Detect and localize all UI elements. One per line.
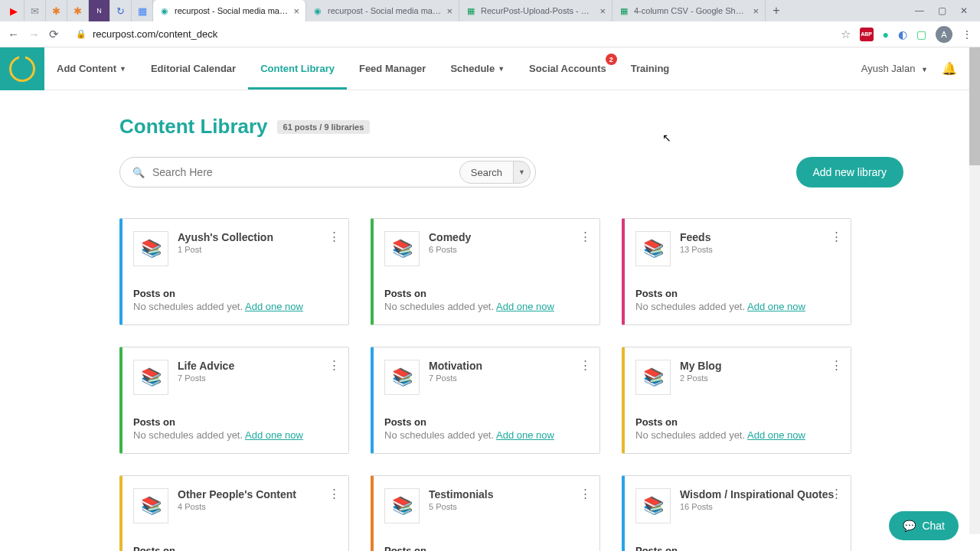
grammarly-icon[interactable]: ●: [883, 28, 889, 41]
schedule-text: No schedules added yet. Add one now: [635, 429, 840, 441]
add-schedule-link[interactable]: Add one now: [747, 429, 805, 441]
nav-feed-manager[interactable]: Feed Manager: [347, 47, 438, 90]
tab-title: recurpost - Social media manag...: [175, 6, 289, 15]
card-menu-icon[interactable]: ⋮: [328, 358, 339, 372]
library-card[interactable]: ⋮📚Feeds13 PostsPosts onNo schedules adde…: [622, 218, 851, 325]
pinned-tab-icon[interactable]: ✱: [46, 0, 67, 21]
library-card[interactable]: ⋮📚Comedy6 PostsPosts onNo schedules adde…: [371, 218, 600, 325]
library-card[interactable]: ⋮📚Ayush's Collection1 PostPosts onNo sch…: [119, 218, 349, 325]
card-menu-icon[interactable]: ⋮: [580, 358, 590, 372]
close-window-icon[interactable]: ✕: [960, 5, 968, 16]
library-card[interactable]: ⋮📚Life Advice7 PostsPosts onNo schedules…: [119, 347, 349, 454]
nav-content-library[interactable]: Content Library: [248, 47, 347, 90]
card-title: Feeds: [680, 231, 713, 243]
book-icon: 📚: [635, 360, 671, 395]
add-schedule-link[interactable]: Add one now: [496, 429, 554, 441]
pinned-tab-icon[interactable]: N: [89, 0, 110, 21]
card-title: Testimonials: [429, 488, 494, 500]
card-menu-icon[interactable]: ⋮: [831, 230, 841, 243]
posts-on-label: Posts on: [635, 545, 840, 551]
library-card[interactable]: ⋮📚My Blog2 PostsPosts onNo schedules add…: [622, 347, 851, 454]
url-text: recurpost.com/content_deck: [93, 28, 217, 40]
card-menu-icon[interactable]: ⋮: [831, 487, 841, 500]
pinned-tab-icon[interactable]: ✱: [67, 0, 89, 21]
profile-avatar[interactable]: A: [936, 26, 952, 43]
scrollbar[interactable]: [969, 47, 980, 534]
book-icon: 📚: [635, 488, 671, 523]
schedule-text: No schedules added yet. Add one now: [133, 301, 338, 312]
search-input[interactable]: [152, 166, 459, 178]
star-icon[interactable]: ☆: [841, 28, 851, 41]
search-wrapper: 🔍 Search ▼: [119, 157, 536, 187]
abp-icon[interactable]: ABP: [860, 28, 874, 41]
card-post-count: 4 Posts: [178, 502, 296, 511]
browser-tab[interactable]: ◉ recurpost - Social media manag... ×: [306, 0, 459, 21]
whatsapp-icon[interactable]: ▢: [916, 28, 926, 41]
address-bar: ← → ⟳ 🔒 recurpost.com/content_deck ☆ ABP…: [0, 21, 980, 47]
add-library-button[interactable]: Add new library: [796, 157, 904, 187]
card-menu-icon[interactable]: ⋮: [580, 487, 590, 500]
close-icon[interactable]: ×: [293, 5, 299, 17]
tab-title: 4-column CSV - Google Sheets: [634, 6, 748, 15]
new-tab-button[interactable]: +: [766, 4, 787, 18]
card-title: Comedy: [429, 231, 471, 243]
reload-button[interactable]: ⟳: [49, 28, 59, 41]
card-post-count: 7 Posts: [178, 373, 234, 383]
card-menu-icon[interactable]: ⋮: [328, 230, 339, 243]
chat-widget[interactable]: 💬 Chat: [889, 511, 959, 540]
ext-icon[interactable]: ◐: [898, 28, 907, 41]
maximize-icon[interactable]: ▢: [938, 5, 946, 16]
favicon: ◉: [312, 5, 323, 16]
page-title: Content Library: [119, 115, 268, 139]
browser-tab[interactable]: ◉ recurpost - Social media manag... ×: [153, 0, 306, 21]
logo[interactable]: [0, 47, 44, 90]
close-icon[interactable]: ×: [599, 5, 606, 17]
schedule-text: No schedules added yet. Add one now: [635, 301, 840, 312]
posts-on-label: Posts on: [133, 416, 338, 428]
library-card[interactable]: ⋮📚Testimonials5 PostsPosts onNo schedule…: [371, 475, 600, 551]
url-field[interactable]: 🔒 recurpost.com/content_deck: [68, 28, 831, 40]
card-title: Ayush's Collection: [178, 231, 273, 243]
book-icon: 📚: [133, 360, 168, 395]
add-schedule-link[interactable]: Add one now: [245, 301, 303, 312]
library-card[interactable]: ⋮📚Wisdom / Inspirational Quotes16 PostsP…: [622, 475, 851, 551]
posts-on-label: Posts on: [635, 416, 840, 428]
posts-count-pill: 61 posts / 9 libraries: [277, 120, 371, 134]
pinned-tab-icon[interactable]: ▦: [132, 0, 153, 21]
chevron-down-icon: ▼: [119, 65, 126, 73]
card-menu-icon[interactable]: ⋮: [831, 358, 841, 372]
card-post-count: 16 Posts: [680, 502, 834, 511]
card-menu-icon[interactable]: ⋮: [580, 230, 590, 243]
nav-schedule[interactable]: Schedule▼: [438, 47, 517, 90]
youtube-icon[interactable]: ▶: [3, 0, 24, 21]
search-dropdown[interactable]: ▼: [514, 161, 531, 184]
nav-add-content[interactable]: Add Content▼: [44, 47, 139, 90]
nav-social-accounts[interactable]: Social Accounts2: [517, 47, 619, 90]
pinned-tab-icon[interactable]: ↻: [110, 0, 132, 21]
tab-title: recurpost - Social media manag...: [328, 6, 442, 15]
kebab-icon[interactable]: ⋮: [962, 28, 972, 41]
close-icon[interactable]: ×: [446, 5, 452, 17]
library-card[interactable]: ⋮📚Other People's Content4 PostsPosts onN…: [119, 475, 349, 551]
close-icon[interactable]: ×: [753, 5, 759, 17]
back-button[interactable]: ←: [8, 28, 19, 41]
scrollbar-thumb[interactable]: [969, 47, 980, 165]
posts-on-label: Posts on: [384, 288, 589, 299]
browser-tab[interactable]: ▦ 4-column CSV - Google Sheets ×: [612, 0, 766, 21]
user-name[interactable]: Ayush Jalan ▼: [861, 63, 928, 74]
forward-button[interactable]: →: [28, 28, 40, 41]
add-schedule-link[interactable]: Add one now: [496, 301, 554, 312]
user-menu: Ayush Jalan ▼ 🔔: [861, 61, 980, 76]
add-schedule-link[interactable]: Add one now: [747, 301, 805, 312]
add-schedule-link[interactable]: Add one now: [245, 429, 303, 441]
pinned-tab-icon[interactable]: ✉: [24, 0, 46, 21]
notifications-icon[interactable]: 🔔: [942, 61, 957, 76]
card-menu-icon[interactable]: ⋮: [328, 487, 339, 500]
nav-training[interactable]: Training: [619, 47, 682, 90]
browser-tab[interactable]: ▦ RecurPost-Upload-Posts - Goog... ×: [459, 0, 612, 21]
minimize-icon[interactable]: —: [915, 5, 924, 16]
nav-editorial-calendar[interactable]: Editorial Calendar: [139, 47, 248, 90]
posts-on-label: Posts on: [635, 288, 840, 299]
library-card[interactable]: ⋮📚Motivation7 PostsPosts onNo schedules …: [371, 347, 600, 454]
search-button[interactable]: Search: [459, 161, 514, 184]
